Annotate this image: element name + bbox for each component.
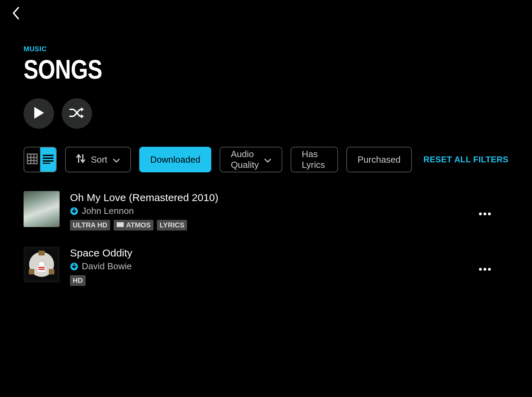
play-icon xyxy=(33,106,45,121)
dolby-icon xyxy=(116,221,124,229)
svg-rect-18 xyxy=(49,269,54,274)
svg-point-10 xyxy=(479,213,482,215)
album-cover[interactable] xyxy=(24,191,60,227)
more-options-button[interactable] xyxy=(475,266,495,272)
reset-filters-link[interactable]: RESET ALL FILTERS xyxy=(424,155,508,164)
filter-purchased[interactable]: Purchased xyxy=(346,147,411,172)
filter-has-lyrics-label: Has Lyrics xyxy=(302,149,327,170)
downloaded-icon xyxy=(70,207,78,215)
song-artist: David Bowie xyxy=(82,261,132,272)
sort-dropdown[interactable]: Sort xyxy=(65,147,131,172)
badge-lyrics: LYRICS xyxy=(157,220,187,231)
song-meta: Oh My Love (Remastered 2010) John Lennon… xyxy=(70,191,465,231)
filter-has-lyrics[interactable]: Has Lyrics xyxy=(291,147,338,172)
grid-icon xyxy=(27,153,38,166)
artist-line: John Lennon xyxy=(70,206,465,216)
view-grid-button[interactable] xyxy=(24,147,40,172)
album-cover[interactable] xyxy=(24,246,60,282)
list-icon xyxy=(43,154,54,165)
svg-point-11 xyxy=(484,213,486,215)
svg-rect-16 xyxy=(38,251,45,255)
filter-downloaded[interactable]: Downloaded xyxy=(139,147,212,172)
song-list: Oh My Love (Remastered 2010) John Lennon… xyxy=(24,191,508,286)
shuffle-icon xyxy=(69,107,85,120)
sort-icon xyxy=(76,153,85,166)
song-title: Space Oddity xyxy=(70,247,465,259)
svg-point-23 xyxy=(479,268,482,271)
play-all-button[interactable] xyxy=(24,98,54,129)
svg-point-12 xyxy=(488,213,491,215)
chevron-left-icon xyxy=(11,6,20,21)
back-button[interactable] xyxy=(9,7,23,21)
filter-toolbar: Sort Downloaded Audio Quality Has Lyrics… xyxy=(24,147,508,172)
svg-rect-17 xyxy=(29,269,34,274)
song-meta: Space Oddity David Bowie HD xyxy=(70,246,465,286)
badge-row: ULTRA HD ATMOS LYRICS xyxy=(70,220,465,231)
song-artist: John Lennon xyxy=(82,206,134,216)
song-row[interactable]: Oh My Love (Remastered 2010) John Lennon… xyxy=(24,191,508,231)
filter-purchased-label: Purchased xyxy=(357,154,400,165)
filter-audio-quality-label: Audio Quality xyxy=(231,149,259,170)
svg-rect-0 xyxy=(27,154,37,164)
svg-point-24 xyxy=(484,268,486,271)
song-row[interactable]: Space Oddity David Bowie HD xyxy=(24,246,508,286)
badge-hd: HD xyxy=(70,275,86,286)
breadcrumb[interactable]: MUSIC xyxy=(24,45,508,53)
svg-rect-21 xyxy=(38,269,45,270)
badge-row: HD xyxy=(70,275,465,286)
badge-ultra-hd: ULTRA HD xyxy=(70,220,110,231)
svg-rect-20 xyxy=(38,267,45,268)
view-toggle xyxy=(24,147,57,172)
filter-audio-quality[interactable]: Audio Quality xyxy=(220,147,282,172)
svg-point-25 xyxy=(488,268,491,271)
shuffle-button[interactable] xyxy=(62,98,92,129)
song-title: Oh My Love (Remastered 2010) xyxy=(70,192,465,204)
chevron-down-icon xyxy=(264,154,271,165)
page-title: SONGS xyxy=(24,54,421,85)
downloaded-icon xyxy=(70,262,78,271)
artist-line: David Bowie xyxy=(70,261,465,272)
more-icon xyxy=(479,266,491,272)
more-options-button[interactable] xyxy=(475,211,495,217)
sort-label: Sort xyxy=(91,154,107,165)
filter-downloaded-label: Downloaded xyxy=(150,154,201,165)
primary-actions xyxy=(24,98,508,129)
badge-atmos: ATMOS xyxy=(114,220,153,231)
chevron-down-icon xyxy=(113,154,120,165)
more-icon xyxy=(479,211,491,217)
view-list-button[interactable] xyxy=(40,147,56,172)
